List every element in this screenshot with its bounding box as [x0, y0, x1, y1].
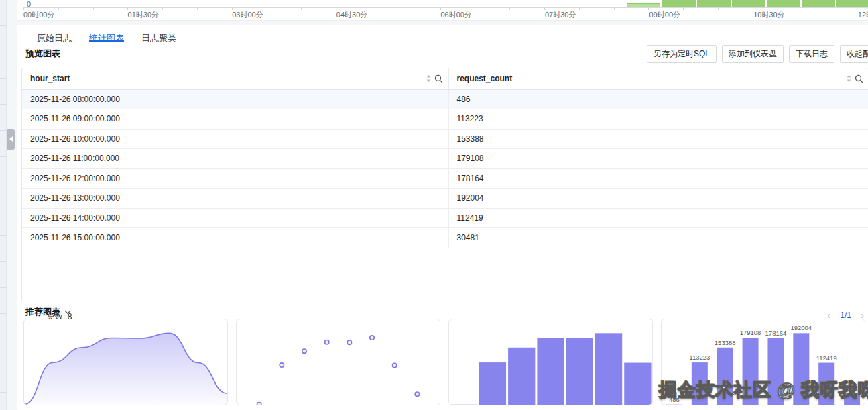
- timeline-tick-label: 10时30分: [753, 10, 784, 20]
- timeline-tick-label: 09时00分: [649, 10, 680, 20]
- hour-start-cell[interactable]: 2025-11-26 14:00:00.000: [22, 208, 448, 228]
- timeline-tick-mark: [475, 8, 475, 10]
- timeline-tick-mark: [58, 8, 59, 10]
- hour-start-cell[interactable]: 2025-11-26 08:00:00.000: [22, 89, 448, 109]
- timeline-tick-mark: [267, 8, 267, 10]
- timeline-tick-mark: [93, 8, 94, 10]
- query-timeline-chart[interactable]: 0 00时00分01时30分03时00分04时30分06时00分07时30分09…: [17, 0, 868, 21]
- column-header-hour-start[interactable]: hour_start: [22, 68, 448, 89]
- bar-value-label: 153388: [715, 339, 736, 346]
- scatter-point: [392, 363, 396, 367]
- bar-value-label: 486: [669, 396, 680, 403]
- request-count-cell[interactable]: 486: [448, 89, 868, 109]
- collapsed-left-sidebar: [0, 0, 7, 410]
- table-row: 2025-11-26 14:00:00.000112419: [22, 208, 868, 228]
- request-count-cell[interactable]: 113223: [448, 109, 868, 130]
- request-count-cell[interactable]: 192004: [448, 189, 868, 209]
- request-count-cell[interactable]: 153388: [448, 129, 868, 149]
- timeline-tick-mark: [371, 8, 371, 10]
- save-as-scheduled-sql-button[interactable]: 另存为定时SQL: [647, 45, 717, 63]
- bar: [844, 393, 860, 405]
- timeline-tick-label: 06时00分: [440, 10, 471, 20]
- scatter-point: [324, 340, 328, 344]
- timeline-axis-line: [23, 7, 868, 8]
- column-header-request-count[interactable]: request_count: [448, 68, 868, 89]
- table-row: 2025-11-26 15:00:00.00030481: [22, 228, 868, 248]
- hour-start-cell[interactable]: 2025-11-26 10:00:00.000: [22, 129, 448, 149]
- tab-stat-charts[interactable]: 统计图表: [89, 32, 124, 42]
- table-row: 2025-11-26 11:00:00.000179108: [22, 149, 868, 169]
- timeline-histogram-bar[interactable]: [767, 0, 800, 7]
- tab-log-clustering[interactable]: 日志聚类: [141, 32, 176, 42]
- histogram-chart-svg: [449, 319, 652, 405]
- timeline-tick-mark: [788, 8, 788, 10]
- request-count-cell[interactable]: 178164: [448, 168, 868, 189]
- timeline-tick-mark: [162, 8, 163, 10]
- timeline-histogram-bar[interactable]: [802, 0, 835, 7]
- timeline-tick-mark: [718, 8, 719, 10]
- scatter-chart-svg: [237, 319, 440, 405]
- request-count-cell[interactable]: 112419: [448, 208, 868, 228]
- timeline-tick-mark: [301, 8, 302, 10]
- timeline-tick-label: 01时30分: [128, 10, 159, 20]
- bar: [793, 333, 809, 405]
- recommended-charts-toggle[interactable]: 推荐图表: [25, 306, 71, 318]
- result-table: hour_start request_count: [22, 68, 868, 248]
- download-logs-button[interactable]: 下载日志: [789, 45, 834, 63]
- timeline-histogram-bar[interactable]: [732, 0, 765, 7]
- scatter-point: [280, 363, 284, 367]
- sidebar-collapse-handle[interactable]: [7, 129, 15, 150]
- timeline-tick-label: 07时30分: [545, 10, 576, 20]
- tab-raw-logs[interactable]: 原始日志: [37, 32, 72, 42]
- request-count-cell[interactable]: 30481: [448, 228, 868, 248]
- histogram-bar: [595, 333, 622, 405]
- section-divider: [17, 301, 868, 301]
- sort-icon[interactable]: [846, 74, 852, 83]
- timeline-tick-mark: [822, 8, 822, 10]
- toolbar-buttons: 另存为定时SQL添加到仪表盘下载日志收起配置: [647, 45, 868, 63]
- hour-start-cell[interactable]: 2025-11-26 15:00:00.000: [22, 228, 448, 248]
- timeline-tick-mark: [406, 8, 406, 10]
- bar-value-label: 113223: [689, 354, 710, 361]
- table-row: 2025-11-26 08:00:00.000486: [22, 89, 868, 109]
- timeline-tick-mark: [579, 8, 580, 10]
- recommended-chart-labeled-bars[interactable]: 4861132231533881791081781641920041124193…: [661, 319, 865, 405]
- scatter-point: [257, 403, 261, 405]
- hour-start-cell[interactable]: 2025-11-26 11:00:00.000: [22, 149, 448, 169]
- timeline-histogram-bar[interactable]: [662, 0, 696, 7]
- chevron-left-icon: [9, 136, 13, 142]
- request-count-cell[interactable]: 179108: [448, 149, 868, 169]
- hour-start-cell[interactable]: 2025-11-26 09:00:00.000: [22, 109, 448, 130]
- result-table-container: hour_start request_count: [21, 68, 868, 301]
- bar: [743, 338, 759, 405]
- add-to-dashboard-button[interactable]: 添加到仪表盘: [722, 45, 784, 63]
- recommended-chart-histogram[interactable]: [448, 319, 653, 405]
- histogram-bar: [537, 338, 564, 405]
- hour-start-cell[interactable]: 2025-11-26 12:00:00.000: [22, 168, 448, 189]
- bar-value-label: 112419: [816, 354, 837, 362]
- recommended-chart-area[interactable]: [23, 319, 228, 405]
- labeled-bar-chart-svg: 4861132231533881791081781641920041124193…: [662, 319, 865, 405]
- sort-icon[interactable]: [426, 74, 432, 83]
- bar-value-label: 30481: [843, 385, 861, 392]
- main-content-panel: 原始日志统计图表日志聚类 预览图表 另存为定时SQL添加到仪表盘下载日志收起配置…: [17, 25, 868, 410]
- timeline-tick-mark: [683, 8, 684, 10]
- search-icon[interactable]: [855, 74, 863, 83]
- timeline-histogram-bar[interactable]: [697, 0, 731, 7]
- timeline-tick-label: 04时30分: [336, 10, 367, 20]
- timeline-tick-label: 12时00分: [858, 10, 868, 20]
- histogram-bar: [479, 362, 506, 405]
- timeline-histogram-bar[interactable]: [836, 0, 868, 7]
- bar: [767, 338, 784, 405]
- recommended-chart-scatter[interactable]: [236, 319, 440, 405]
- table-row: 2025-11-26 09:00:00.000113223: [22, 109, 868, 130]
- search-icon[interactable]: [434, 74, 443, 83]
- collapse-config-button[interactable]: 收起配置: [840, 45, 868, 63]
- hour-start-cell[interactable]: 2025-11-26 13:00:00.000: [22, 189, 448, 209]
- bar: [692, 362, 708, 405]
- histogram-bar: [508, 348, 535, 405]
- area-chart-svg: [24, 319, 227, 405]
- preview-chart-title: 预览图表: [25, 48, 60, 60]
- timeline-histogram-bar[interactable]: [627, 3, 660, 7]
- chevron-down-icon: [64, 310, 71, 315]
